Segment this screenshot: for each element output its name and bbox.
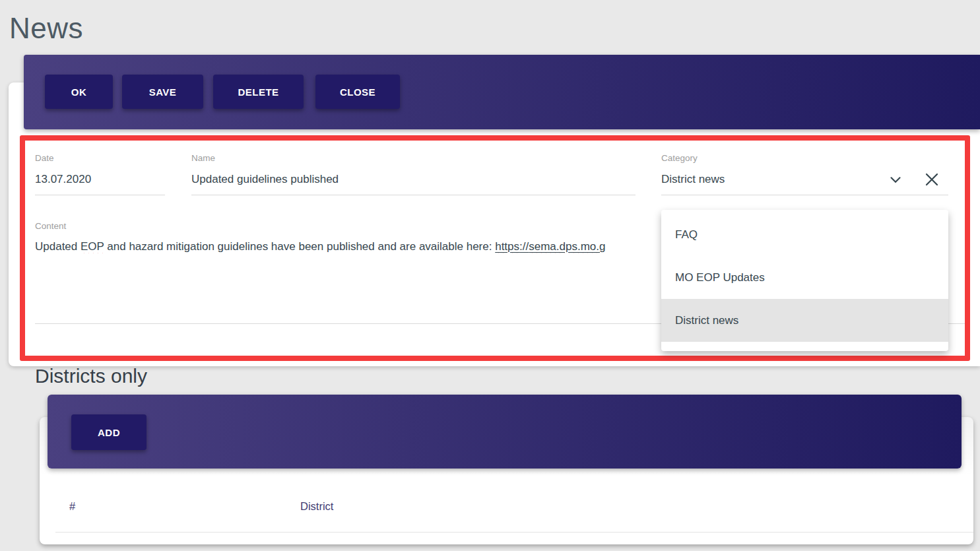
content-misspelled-word: EOP xyxy=(81,240,104,253)
dropdown-option[interactable]: FAQ xyxy=(661,213,948,256)
content-label: Content xyxy=(35,221,66,231)
save-button[interactable]: SAVE xyxy=(122,75,203,109)
date-underline xyxy=(35,195,165,195)
table-row-separator xyxy=(55,532,973,533)
page-title: News xyxy=(9,12,83,45)
content-text: and hazard mitigation guidelines have be… xyxy=(104,240,496,253)
news-toolbar: OK SAVE DELETE CLOSE xyxy=(24,55,980,129)
districts-toolbar: ADD xyxy=(48,395,962,469)
chevron-down-icon[interactable] xyxy=(887,171,904,191)
category-underline xyxy=(661,195,948,195)
date-input[interactable]: 13.07.2020 xyxy=(35,173,91,186)
add-district-button[interactable]: ADD xyxy=(71,414,147,450)
content-text: Updated xyxy=(35,240,81,253)
delete-button[interactable]: DELETE xyxy=(213,75,304,109)
dropdown-option[interactable]: MO EOP Updates xyxy=(661,256,948,299)
dropdown-option[interactable]: District news xyxy=(661,299,948,342)
table-header-district: District xyxy=(300,500,333,513)
districts-only-heading: Districts only xyxy=(35,365,147,387)
name-underline xyxy=(191,195,636,195)
content-url: https://sema.dps.mo.g xyxy=(495,240,605,253)
category-select[interactable]: District news xyxy=(661,173,725,186)
date-label: Date xyxy=(35,153,54,163)
category-dropdown-menu: FAQ MO EOP Updates District news xyxy=(661,210,948,351)
name-label: Name xyxy=(191,153,215,163)
clear-category-icon[interactable] xyxy=(921,169,942,193)
ok-button[interactable]: OK xyxy=(45,75,113,109)
table-header-number: # xyxy=(69,500,75,513)
category-label: Category xyxy=(661,153,698,163)
name-input[interactable]: Updated guidelines published xyxy=(191,173,339,186)
close-button[interactable]: CLOSE xyxy=(315,75,400,109)
news-page: News OK SAVE DELETE CLOSE Date 13.07.202… xyxy=(0,0,980,551)
